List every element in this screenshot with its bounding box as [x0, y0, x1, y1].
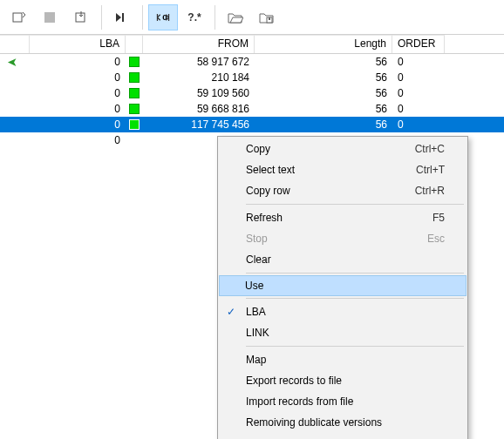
menu-shortcut: F5 [432, 212, 445, 224]
menu-item-copy-row[interactable]: Copy rowCtrl+R [220, 180, 466, 201]
status-square-icon [129, 57, 140, 67]
save-folder-button[interactable] [252, 4, 282, 30]
from-cell: 210 184 [143, 71, 255, 84]
menu-shortcut: Ctrl+C [415, 143, 445, 155]
menu-label: Refresh [246, 212, 283, 224]
table-row[interactable]: ➤058 917 672560 [0, 54, 504, 70]
menu-label: Copy row [246, 185, 290, 197]
menu-item-export-records-to-file[interactable]: Export records to file [220, 370, 466, 391]
menu-label: Export records to file [246, 375, 342, 387]
status-cell [126, 88, 143, 98]
open-folder-icon [228, 10, 243, 25]
context-menu: CopyCtrl+CSelect textCtrl+TCopy rowCtrl+… [217, 136, 468, 439]
menu-label: Map [246, 354, 266, 366]
menu-label: Clear [246, 253, 271, 266]
grid-header: LBA FROM Length ORDER [0, 35, 504, 54]
toolbar-separator [142, 5, 143, 30]
menu-item-refresh[interactable]: RefreshF5 [220, 207, 466, 228]
table-row[interactable]: 0210 184560 [0, 70, 504, 85]
status-square-icon [129, 88, 140, 98]
toolbar: 0 ?.* [0, 0, 504, 35]
menu-item-import-records-from-file[interactable]: Import records from file [220, 391, 466, 412]
col-bookmark[interactable] [0, 35, 30, 53]
toolbar-separator [215, 5, 215, 30]
step-zero-button[interactable]: 0 [148, 4, 178, 30]
menu-item-remoiving-dublicate-versions[interactable]: Remoiving dublicate versions [220, 412, 466, 433]
menu-item-select-text[interactable]: Select textCtrl+T [220, 159, 466, 180]
lba-cell: 0 [30, 71, 126, 84]
status-cell [126, 119, 143, 130]
menu-item-map[interactable]: Map [220, 349, 466, 370]
menu-label: Remoiving dublicate versions [246, 416, 382, 429]
unknown-q-button[interactable]: ?.* [180, 4, 209, 30]
length-cell: 56 [255, 56, 392, 68]
order-cell: 0 [392, 118, 445, 131]
menu-item-use[interactable]: Use [219, 275, 467, 296]
menu-item-copy[interactable]: CopyCtrl+C [220, 138, 466, 159]
svg-rect-6 [269, 17, 270, 20]
from-cell: 59 109 560 [143, 87, 255, 99]
status-cell [126, 72, 143, 83]
svg-rect-2 [76, 13, 85, 22]
order-cell: 0 [392, 56, 445, 68]
stop-button[interactable] [35, 4, 65, 30]
lba-cell: 0 [30, 118, 126, 131]
menu-label: Use [245, 280, 263, 292]
col-order[interactable]: ORDER [392, 35, 445, 53]
table-row[interactable]: 0117 745 456560 [0, 117, 504, 132]
col-status[interactable] [126, 35, 143, 53]
order-cell: 0 [392, 71, 445, 84]
order-cell: 0 [392, 87, 445, 99]
menu-label: LBA [246, 306, 266, 318]
menu-item-stop: StopEsc [220, 228, 466, 249]
toolbar-separator [101, 5, 102, 30]
order-cell: 0 [392, 103, 445, 115]
svg-rect-0 [13, 13, 22, 22]
svg-rect-1 [44, 12, 55, 23]
export-icon [73, 10, 89, 25]
menu-item-map-of-versions[interactable]: Map of versions [220, 433, 466, 439]
menu-item-link[interactable]: LINK [220, 322, 466, 343]
status-square-icon [129, 104, 140, 114]
check-icon: ✓ [227, 306, 235, 318]
table-row[interactable]: 059 668 816560 [0, 101, 504, 117]
refresh-icon [10, 10, 26, 25]
menu-label: Copy [246, 143, 270, 155]
table-row[interactable]: 059 109 560560 [0, 85, 504, 101]
menu-separator [246, 204, 464, 205]
question-icon: ?.* [187, 10, 202, 25]
menu-label: Stop [246, 233, 268, 245]
status-cell [126, 104, 143, 114]
bookmark-cell: ➤ [0, 55, 30, 69]
save-folder-icon [259, 10, 275, 25]
bookmark-icon: ➤ [7, 55, 17, 69]
length-cell: 56 [255, 71, 392, 84]
lba-cell: 0 [30, 87, 126, 99]
col-lba[interactable]: LBA [30, 35, 126, 53]
menu-shortcut: Ctrl+R [415, 185, 445, 197]
play-to-icon [114, 10, 130, 25]
open-folder-button[interactable] [221, 4, 250, 30]
lba-cell: 0 [30, 134, 126, 146]
play-to-button[interactable] [107, 4, 137, 30]
menu-item-clear[interactable]: Clear [220, 249, 466, 270]
data-grid: LBA FROM Length ORDER ➤058 917 672560021… [0, 35, 504, 148]
menu-separator [246, 298, 464, 299]
menu-item-lba[interactable]: ✓LBA [220, 301, 466, 322]
menu-shortcut: Ctrl+T [416, 164, 445, 176]
menu-separator [246, 346, 464, 347]
step-zero-icon: 0 [155, 10, 171, 25]
refresh-button[interactable] [3, 4, 33, 30]
col-from[interactable]: FROM [143, 35, 255, 53]
from-cell: 58 917 672 [143, 56, 255, 68]
menu-label: Import records from file [246, 395, 353, 408]
length-cell: 56 [255, 118, 392, 131]
svg-rect-3 [122, 13, 124, 22]
lba-cell: 0 [30, 103, 126, 115]
lba-cell: 0 [30, 56, 126, 68]
col-length[interactable]: Length [255, 35, 392, 53]
length-cell: 56 [255, 87, 392, 99]
export-button[interactable] [66, 4, 96, 30]
svg-text:0: 0 [162, 12, 167, 22]
status-square-icon [129, 119, 140, 130]
